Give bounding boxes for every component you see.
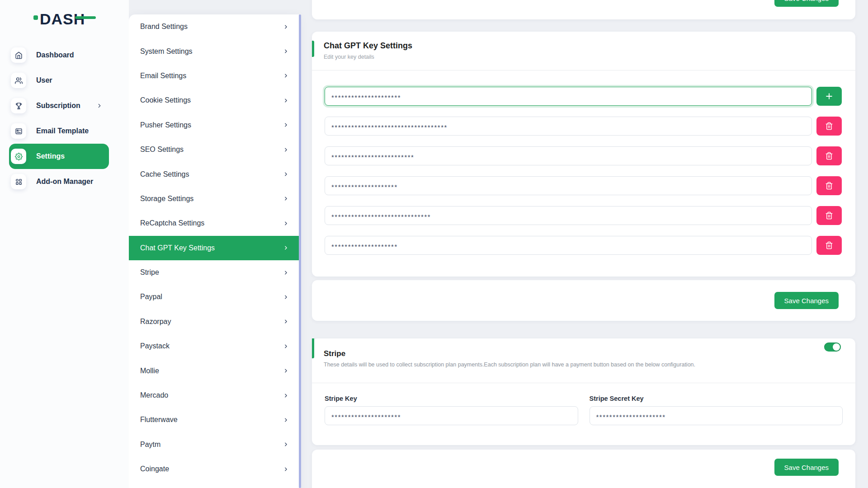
stripe-enabled-toggle[interactable] [824, 343, 841, 352]
settings-nav-label: System Settings [140, 47, 193, 56]
stripe-key-field-group: Stripe Key [325, 395, 578, 425]
chevron-right-icon [283, 24, 289, 30]
sidebar-item-dashboard[interactable]: Dashboard [9, 42, 109, 68]
api-key-input[interactable] [325, 146, 812, 165]
grid-icon [11, 174, 26, 189]
settings-nav-stripe[interactable]: Stripe [129, 260, 299, 285]
api-key-input[interactable] [325, 117, 812, 136]
sidebar-item-label: Subscription [36, 102, 80, 110]
settings-nav-label: Stripe [140, 268, 159, 277]
save-button[interactable]: Save Changes [774, 459, 839, 476]
stripe-title: Stripe [324, 345, 844, 358]
chevron-right-icon [283, 393, 289, 399]
delete-key-button[interactable] [816, 206, 842, 225]
settings-nav-label: Paytm [140, 441, 160, 449]
api-key-input[interactable] [325, 236, 812, 255]
settings-nav-pusher[interactable]: Pusher Settings [129, 113, 299, 137]
settings-nav-paypal[interactable]: Paypal [129, 285, 299, 309]
settings-nav-email[interactable]: Email Settings [129, 64, 299, 88]
key-row [325, 146, 842, 165]
settings-nav-cache[interactable]: Cache Settings [129, 162, 299, 186]
settings-nav-flutterwave[interactable]: Flutterwave [129, 408, 299, 432]
stripe-card-body: Stripe Key Stripe Secret Key [312, 383, 855, 445]
api-key-input[interactable] [325, 176, 812, 195]
chatgpt-card-header: Chat GPT Key Settings Edit your key deta… [312, 32, 855, 70]
chevron-right-icon [283, 245, 289, 251]
sidebar-item-label: Email Template [36, 127, 89, 135]
api-key-input[interactable] [325, 206, 812, 225]
gear-icon [11, 149, 26, 164]
sidebar: DASH Dashboard User Subscription [0, 0, 129, 488]
home-icon [11, 47, 26, 63]
users-icon [11, 73, 26, 88]
logo-dash-icon [75, 16, 96, 19]
settings-nav-brand[interactable]: Brand Settings [129, 14, 299, 39]
stripe-description: These details will be used to collect su… [324, 361, 844, 368]
settings-nav-skrill[interactable]: Skrill [129, 481, 299, 488]
sidebar-item-label: Settings [36, 152, 65, 160]
settings-nav-mercado[interactable]: Mercado [129, 383, 299, 408]
settings-nav-seo[interactable]: SEO Settings [129, 137, 299, 162]
settings-nav-label: ReCaptcha Settings [140, 219, 204, 227]
page-subtitle: Edit your key details [324, 54, 844, 60]
api-key-input[interactable] [325, 87, 812, 106]
toggle-knob [833, 343, 840, 351]
sidebar-item-settings[interactable]: Settings [9, 144, 109, 169]
stripe-key-input[interactable] [325, 406, 578, 425]
settings-nav-system[interactable]: System Settings [129, 39, 299, 63]
template-icon [11, 123, 26, 139]
settings-nav-mollie[interactable]: Mollie [129, 358, 299, 383]
save-button[interactable]: Save Changes [774, 292, 839, 309]
trash-icon [825, 182, 833, 190]
key-row [325, 176, 842, 195]
chatgpt-keys-body [312, 70, 855, 277]
stripe-secret-key-input[interactable] [590, 406, 843, 425]
key-row [325, 87, 842, 106]
chevron-right-icon [283, 221, 289, 226]
settings-nav-recaptcha[interactable]: ReCaptcha Settings [129, 211, 299, 235]
delete-key-button[interactable] [816, 236, 842, 255]
sidebar-item-subscription[interactable]: Subscription [9, 93, 109, 118]
key-row [325, 117, 842, 136]
stripe-card: Stripe These details will be used to col… [312, 338, 855, 445]
logo-dot-icon [33, 15, 38, 20]
sidebar-item-label: User [36, 76, 52, 84]
sidebar-item-email-template[interactable]: Email Template [9, 118, 109, 144]
settings-nav-storage[interactable]: Storage Settings [129, 187, 299, 211]
settings-nav-label: Pusher Settings [140, 121, 191, 129]
chatgpt-footer-card: Save Changes [312, 280, 855, 321]
accent-bar [312, 338, 314, 358]
settings-nav-coingate[interactable]: Coingate [129, 457, 299, 481]
stripe-card-header: Stripe These details will be used to col… [312, 338, 855, 383]
add-key-button[interactable] [816, 87, 842, 106]
chevron-right-icon [283, 368, 289, 374]
settings-nav-cookie[interactable]: Cookie Settings [129, 88, 299, 113]
settings-nav-label: Mollie [140, 367, 159, 375]
chevron-right-icon [283, 270, 289, 276]
chevron-right-icon [283, 343, 289, 349]
trash-icon [825, 241, 833, 249]
main-content: Save Changes Chat GPT Key Settings Edit … [312, 0, 855, 488]
chevron-right-icon [283, 147, 289, 153]
chevron-right-icon [283, 73, 289, 79]
sidebar-item-user[interactable]: User [9, 68, 109, 93]
key-row [325, 236, 842, 255]
settings-nav-paystack[interactable]: Paystack [129, 334, 299, 358]
settings-nav-chatgpt-key[interactable]: Chat GPT Key Settings [129, 236, 299, 260]
settings-nav-paytm[interactable]: Paytm [129, 432, 299, 457]
save-button[interactable]: Save Changes [774, 0, 839, 7]
settings-nav-razorpay[interactable]: Razorpay [129, 310, 299, 334]
settings-nav-label: Paystack [140, 342, 170, 350]
sidebar-item-label: Add-on Manager [36, 178, 93, 186]
stripe-secret-key-field-group: Stripe Secret Key [590, 395, 843, 425]
logo-text: DASH [40, 11, 85, 27]
delete-key-button[interactable] [816, 117, 842, 136]
settings-nav-scrollbar[interactable] [299, 14, 301, 488]
settings-nav-label: Cache Settings [140, 170, 189, 178]
delete-key-button[interactable] [816, 146, 842, 165]
delete-key-button[interactable] [816, 176, 842, 195]
sidebar-item-addon-manager[interactable]: Add-on Manager [9, 169, 109, 194]
settings-nav-label: SEO Settings [140, 145, 184, 154]
settings-nav-label: Paypal [140, 293, 162, 301]
trash-icon [825, 152, 833, 160]
